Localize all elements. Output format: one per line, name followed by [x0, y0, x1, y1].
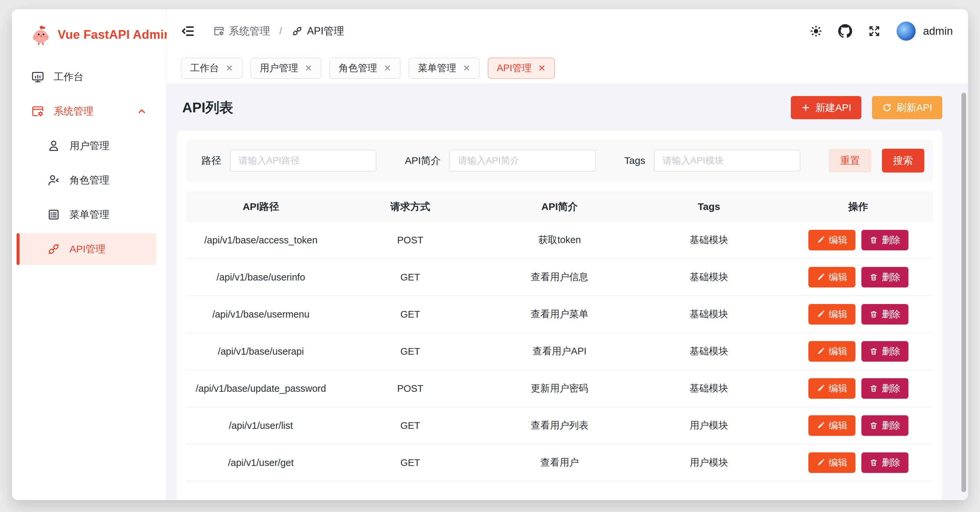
edit-button[interactable]: 编辑 — [808, 230, 856, 250]
sidebar-item-api[interactable]: API管理 — [17, 233, 156, 265]
sidebar-item-workbench[interactable]: 工作台 — [17, 61, 156, 93]
refresh-api-button[interactable]: 刷新API — [872, 96, 942, 119]
summary-input[interactable] — [449, 150, 596, 172]
edit-button[interactable]: 编辑 — [808, 341, 856, 362]
close-tab-icon[interactable]: ✕ — [383, 64, 391, 73]
role-icon — [47, 173, 60, 187]
edit-button[interactable]: 编辑 — [808, 415, 856, 436]
table-header: API路径 请求方式 API简介 Tags 操作 — [186, 191, 933, 222]
edit-label: 编辑 — [829, 382, 848, 395]
delete-button[interactable]: 删除 — [861, 267, 908, 288]
app-title: Vue FastAPI Admin — [58, 28, 172, 42]
sidebar-item-label: 用户管理 — [70, 139, 109, 153]
main-area: 系统管理 / API管理 — [167, 9, 968, 500]
cell-actions: 编辑 删除 — [784, 415, 933, 436]
edit-button[interactable]: 编辑 — [808, 304, 856, 324]
cell-summary: 查看用户信息 — [485, 270, 635, 284]
cell-actions: 编辑 删除 — [784, 341, 933, 362]
reset-button[interactable]: 重置 — [829, 149, 871, 173]
menu-list-icon — [47, 208, 60, 221]
trash-icon — [869, 458, 878, 467]
table-row: /api/v1/base/userapi GET 查看用户API 基础模块 编辑… — [186, 333, 933, 370]
delete-button[interactable]: 删除 — [861, 230, 908, 250]
close-tab-icon[interactable]: ✕ — [538, 64, 546, 73]
chevron-up-icon — [137, 106, 147, 116]
page-title: API列表 — [182, 99, 233, 117]
sidebar-collapse-icon[interactable] — [181, 24, 195, 38]
delete-label: 删除 — [882, 234, 900, 246]
delete-button[interactable]: 删除 — [861, 452, 908, 473]
cell-path: /api/v1/base/userinfo — [186, 272, 336, 283]
cell-method: GET — [336, 420, 485, 431]
delete-button[interactable]: 删除 — [861, 304, 908, 324]
edit-button[interactable]: 编辑 — [808, 267, 856, 288]
edit-button[interactable]: 编辑 — [808, 378, 856, 399]
edit-label: 编辑 — [829, 456, 848, 469]
tab-menus[interactable]: 菜单管理 ✕ — [409, 57, 480, 79]
github-icon[interactable] — [838, 24, 852, 38]
sidebar-item-label: 系统管理 — [54, 105, 94, 118]
delete-label: 删除 — [882, 308, 900, 321]
cell-tags: 用户模块 — [634, 456, 784, 469]
breadcrumb-item-system[interactable]: 系统管理 — [213, 24, 270, 38]
sidebar-item-users[interactable]: 用户管理 — [17, 130, 156, 162]
tags-input[interactable] — [654, 150, 800, 172]
tab-api[interactable]: API管理 ✕ — [488, 57, 555, 79]
app-window: Vue FastAPI Admin 工作台 — [12, 9, 968, 500]
cell-path: /api/v1/base/access_token — [186, 235, 336, 246]
sidebar-item-system[interactable]: 系统管理 — [17, 95, 156, 127]
search-button[interactable]: 搜索 — [882, 149, 924, 173]
cell-method: POST — [336, 383, 485, 394]
tab-label: 工作台 — [190, 62, 219, 75]
username: admin — [923, 25, 953, 37]
path-input[interactable] — [230, 150, 376, 172]
cell-tags: 基础模块 — [634, 270, 784, 284]
column-header-actions: 操作 — [784, 200, 933, 214]
delete-button[interactable]: 删除 — [861, 378, 908, 399]
delete-label: 删除 — [882, 456, 900, 469]
filter-bar: 路径 API简介 Tags 重置 搜索 — [186, 140, 933, 181]
delete-button[interactable]: 删除 — [861, 415, 908, 436]
app-logo[interactable]: Vue FastAPI Admin — [12, 9, 166, 54]
sidebar-item-roles[interactable]: 角色管理 — [17, 164, 156, 196]
theme-toggle-sun-icon[interactable] — [810, 25, 822, 37]
fullscreen-icon[interactable] — [868, 25, 881, 37]
user-menu[interactable]: admin — [897, 22, 953, 41]
monitor-icon — [31, 70, 45, 83]
table-row: /api/v1/base/access_token POST 获取token 基… — [186, 222, 933, 259]
pencil-icon — [816, 236, 825, 245]
edit-button[interactable]: 编辑 — [808, 452, 856, 473]
refresh-icon — [882, 103, 892, 113]
vertical-scrollbar[interactable] — [961, 93, 966, 492]
cell-actions: 编辑 删除 — [784, 304, 933, 324]
create-api-button[interactable]: 新建API — [791, 96, 861, 119]
close-tab-icon[interactable]: ✕ — [305, 64, 312, 73]
cell-summary: 查看用户列表 — [485, 419, 635, 432]
path-label: 路径 — [201, 154, 221, 168]
top-actions: admin — [810, 22, 953, 41]
trash-icon — [869, 347, 878, 356]
delete-button[interactable]: 删除 — [861, 341, 908, 362]
trash-icon — [869, 310, 878, 319]
cell-tags: 基础模块 — [634, 345, 784, 358]
close-tab-icon[interactable]: ✕ — [226, 64, 233, 73]
summary-label: API简介 — [405, 154, 441, 168]
table-row: /api/v1/user/list GET 查看用户列表 用户模块 编辑 删除 — [186, 407, 933, 444]
edit-label: 编辑 — [829, 345, 848, 358]
cell-actions: 编辑 删除 — [784, 230, 933, 250]
sidebar: Vue FastAPI Admin 工作台 — [12, 9, 167, 500]
breadcrumb-item-api[interactable]: API管理 — [291, 24, 344, 38]
tab-label: 角色管理 — [339, 62, 377, 75]
sidebar-item-menus[interactable]: 菜单管理 — [17, 199, 156, 231]
pencil-icon — [816, 347, 825, 356]
cell-path: /api/v1/base/usermenu — [186, 309, 336, 320]
tab-workbench[interactable]: 工作台 ✕ — [181, 57, 242, 79]
tab-roles[interactable]: 角色管理 ✕ — [329, 57, 401, 79]
top-bar: 系统管理 / API管理 — [167, 9, 968, 53]
system-gear-icon — [213, 25, 224, 37]
table-row: /api/v1/user/get GET 查看用户 用户模块 编辑 删除 — [186, 444, 933, 482]
edit-label: 编辑 — [829, 271, 848, 283]
close-tab-icon[interactable]: ✕ — [463, 64, 471, 73]
breadcrumb-label: API管理 — [307, 24, 344, 38]
tab-users[interactable]: 用户管理 ✕ — [250, 57, 322, 79]
